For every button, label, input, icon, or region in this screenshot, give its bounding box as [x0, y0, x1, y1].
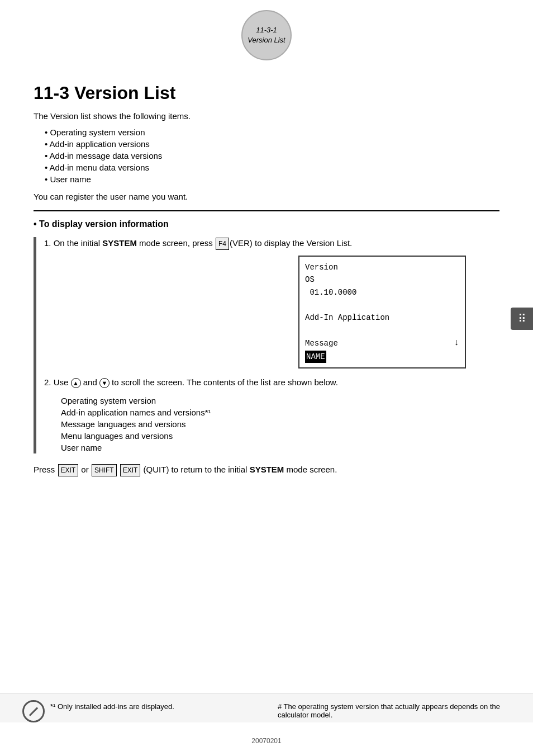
screen-line-4: Add-In Application [305, 311, 459, 324]
press-post: mode screen. [284, 465, 337, 474]
screen-text [305, 324, 310, 336]
up-arrow-icon: ▲ [71, 378, 81, 388]
step-block: 1. On the initial SYSTEM mode screen, pr… [34, 237, 499, 453]
grid-icon: ⠿ [518, 312, 526, 325]
step2-list-item: Message languages and versions [61, 418, 499, 430]
screen-text: OS [305, 273, 315, 286]
section-divider [34, 210, 499, 211]
register-note: You can register the user name you want. [34, 192, 499, 201]
sidebar-panel: ⠿ [511, 308, 533, 330]
list-item: Add-in menu data versions [45, 162, 499, 173]
footer-left: *¹ Only installed add-ins are displayed. [22, 700, 255, 722]
bullet-list: Operating system version Add-in applicat… [45, 126, 499, 185]
step1-text: 1. On the initial SYSTEM mode screen, pr… [44, 237, 499, 250]
list-item: Operating system version [45, 126, 499, 138]
main-content: 11-3 Version List The Version list shows… [0, 66, 533, 488]
screen-line-2: OS [305, 273, 459, 286]
step2-list-item: Menu languages and versions [61, 430, 499, 442]
exit-key2: EXIT [120, 464, 141, 476]
list-item: Add-in application versions [45, 138, 499, 150]
screen-line-5: Message ↓ [305, 336, 459, 351]
chapter-badge: 11-3-1 Version List [241, 10, 292, 60]
system-bold: SYSTEM [250, 465, 284, 474]
press-note: Press EXIT or SHIFT EXIT (QUIT) to retur… [34, 464, 499, 476]
step1-end: to display the Version List. [253, 238, 352, 248]
page-number: 20070201 [251, 737, 281, 745]
screen-text: Version [305, 261, 338, 273]
down-arrow-icon: ↓ [454, 336, 459, 351]
screen-line-6: NAME [305, 351, 459, 363]
badge-line2: Version List [248, 35, 285, 45]
step2-text: 2. Use ▲ and ▼ to scroll the screen. The… [44, 376, 499, 389]
step2-list: Operating system version Add-in applicat… [61, 395, 499, 453]
down-arrow-icon: ▼ [99, 378, 110, 388]
step1-bold: SYSTEM [102, 238, 137, 248]
shift-key: SHIFT [92, 464, 117, 476]
screen-display: Version OS 01.10.0000 Add-In Application… [298, 256, 466, 368]
step2-and: and [83, 377, 97, 387]
press-mid1: or [79, 465, 91, 474]
no-copy-icon [22, 700, 45, 722]
list-item: Add-in message data versions [45, 150, 499, 162]
footer-note-right-text: # The operating system version that actu… [278, 700, 511, 719]
screen-text: Add-In Application [305, 311, 389, 324]
header-badge: 11-3-1 Version List [0, 0, 533, 66]
screen-line-spacer [305, 299, 459, 311]
press-mid2: (QUIT) to return to the initial [141, 465, 249, 474]
screen-text [305, 299, 310, 311]
screen-line-1: Version [305, 261, 459, 273]
step2-post: to scroll the screen. The contents of th… [110, 377, 338, 387]
badge-line1: 11-3-1 [256, 25, 277, 35]
step2-pre: 2. Use [44, 377, 71, 387]
step2-list-item: Add-in application names and versions*¹ [61, 407, 499, 418]
step2-list-item: Operating system version [61, 395, 499, 407]
press-pre: Press [34, 465, 58, 474]
step1-post: mode screen, press [137, 238, 215, 248]
screen-text: Message [305, 337, 338, 349]
screen-text: 01.10.0000 [305, 286, 356, 299]
intro-paragraph: The Version list shows the following ite… [34, 111, 499, 121]
exit-key: EXIT [58, 464, 79, 476]
footer-note-left-text: *¹ Only installed add-ins are displayed. [50, 700, 174, 711]
list-item: User name [45, 173, 499, 185]
screen-line-3: 01.10.0000 [305, 286, 459, 299]
screen-line-spacer2 [305, 324, 459, 336]
footer-area: *¹ Only installed add-ins are displayed.… [0, 693, 533, 722]
page-title: 11-3 Version List [34, 83, 499, 103]
screen-highlight-text: NAME [305, 351, 326, 363]
section-title: To display version information [34, 219, 499, 229]
step2-list-item: User name [61, 442, 499, 453]
step1-pre: 1. On the initial [44, 238, 102, 248]
f4-key: F4 [216, 238, 229, 250]
